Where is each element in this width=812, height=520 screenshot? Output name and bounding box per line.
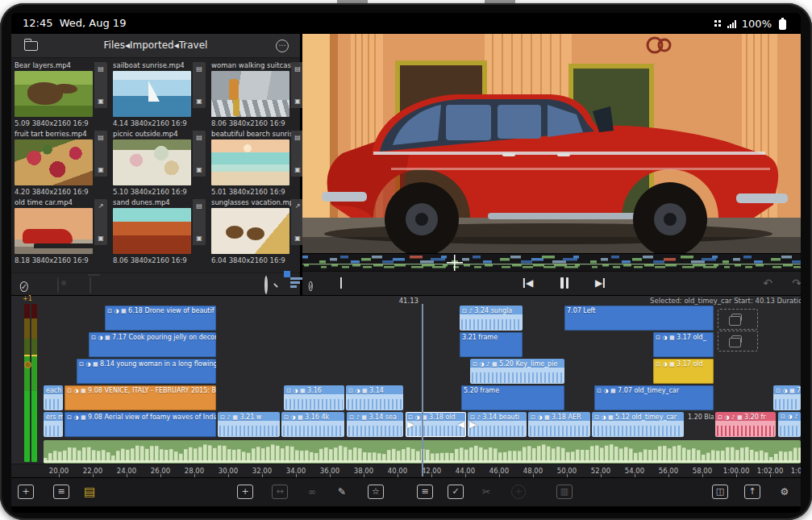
library-breadcrumb[interactable]: Files◂Imported◂Travel [11, 40, 300, 51]
ruler-tick-label: 1:04.00 [791, 467, 801, 475]
edit-pen-icon[interactable]: ✎ [338, 485, 346, 499]
timeline-clip[interactable]: 3.21 frame [460, 332, 523, 357]
timeline-clip[interactable]: ⊡◑▦3.16 4k [281, 412, 344, 437]
paste-attributes-icon[interactable]: ≡ [417, 485, 433, 499]
media-icon: ▦ [81, 388, 86, 394]
speaker-icon: ♪ [731, 414, 735, 421]
media-thumbnail[interactable] [15, 208, 93, 254]
media-item[interactable]: sunglasses vacation.mp4 ↗ ▣ 6.04 3840x21… [211, 198, 306, 264]
timeline-clip[interactable]: ers m [44, 412, 63, 437]
media-item[interactable]: woman walking suitcas...mp4 ▤ ▣ 8.06 384… [211, 61, 306, 127]
stored-on-device-icon: ▣ [196, 98, 202, 105]
media-icon: ▦ [105, 335, 110, 341]
clip-info-icon[interactable]: i [309, 277, 313, 292]
timeline-clip[interactable]: ⊡◑♪▦5.20 Key_lime_pie [470, 359, 564, 384]
timeline-clip[interactable]: ⊡◑▦8.14 young woman in a long flowing d [77, 359, 216, 384]
timeline-clip[interactable]: 5.20 frame [461, 385, 564, 410]
display-layout-icon[interactable]: ◫ [712, 485, 728, 499]
redo-icon[interactable]: ↷ [792, 277, 801, 289]
media-item[interactable]: sand dunes.mp4 ▤ ▣ 8.06 3840x2160 16:9 [113, 198, 208, 264]
link-clips-icon[interactable]: ∞ [308, 485, 316, 499]
undo-icon[interactable]: ↶ [763, 277, 772, 289]
stored-on-device-icon: ▣ [98, 166, 104, 173]
timeline-gap[interactable]: 1.20 Bla [685, 412, 714, 437]
library-header: Files◂Imported◂Travel ⋯ [11, 34, 300, 58]
skip-forward-icon[interactable]: ▶ [595, 277, 605, 289]
media-item[interactable]: sailboat sunrise.mp4 ▤ ▣ 4.14 3840x2160 … [113, 61, 208, 127]
filmstrip-icon: ▤ [98, 65, 104, 73]
add-marker-icon[interactable]: + [511, 485, 526, 499]
more-options-icon[interactable]: ⋯ [276, 40, 289, 52]
record-icon[interactable] [57, 277, 59, 293]
media-item-icons: ▤ ▣ [193, 131, 206, 177]
share-export-icon[interactable]: ↑ [744, 485, 760, 499]
timeline-clip[interactable]: ⊡◑▦9.08 VENICE, ITALY - FEBRUARY 2015: B… [65, 385, 216, 410]
media-thumbnail[interactable] [211, 139, 289, 185]
timeline-clip[interactable]: ⊡◑▦3.17 old_ [653, 332, 714, 357]
timeline-clip[interactable]: ⊡◑▦3.18 AER [528, 412, 590, 437]
frame-icon: ⊡ [776, 388, 781, 394]
timeline-clip[interactable]: ⊡◑▦6.18 Drone view of beautif [105, 306, 216, 331]
timeline-clip[interactable]: ⊡◑▦3.18 old▶◀ [406, 412, 466, 437]
timeline-clip[interactable]: ⊡◑♪ [778, 412, 801, 437]
timeline-clip[interactable]: ⊡◑♪▦3.20 fr [715, 412, 776, 437]
transition-icon[interactable]: ↔ [272, 485, 288, 499]
timeline-clip[interactable]: ⊡♪3.24 sungla [460, 306, 523, 331]
timeline-clip[interactable]: ⊡◑▦7.0 [773, 385, 801, 410]
effects-icon[interactable]: ☆ [368, 485, 384, 499]
tablet-frame: 12:45 Wed, Aug 19 100% Files◂Imported◂Tr… [0, 3, 812, 520]
delete-media-icon[interactable] [90, 277, 91, 293]
timeline-clip[interactable]: each [44, 385, 63, 410]
clip-label: ⊡◑▦7.07 old_timey_car [594, 385, 714, 394]
timeline-clip[interactable]: ⊡♪▦3.14 sea [347, 412, 403, 437]
project-manager-icon[interactable]: ≡ [53, 485, 69, 499]
search-icon[interactable] [264, 277, 268, 293]
timeline-clip[interactable]: ⊡◑▦5.12 old_timey_car [592, 412, 684, 437]
media-item[interactable]: beatutiful bearch sunrise.mp4 ▤ ▣ 5.01 3… [211, 130, 306, 196]
timeline-clip[interactable]: 7.07 Left [564, 306, 714, 331]
clip-label: ⊡◑▦9.08 Aerial view of foamy waves of In… [65, 412, 216, 421]
media-item[interactable]: old time car.mp4 ↗ ▣ 8.18 3840x2160 16:9 [15, 198, 110, 264]
timeline-clip[interactable]: ⊡◑▦3.17 old [653, 359, 714, 384]
media-thumbnail[interactable] [113, 139, 191, 185]
trim-handle[interactable]: ▶ [469, 419, 476, 430]
trim-handle-left[interactable]: ▶ [407, 419, 414, 430]
add-media-icon[interactable]: + [18, 485, 34, 499]
media-thumbnail[interactable] [211, 71, 289, 117]
overlay-drop-zone[interactable] [718, 331, 758, 352]
timeline-clip[interactable]: ⊡♪3.14 beauti▶ [468, 412, 527, 437]
select-clips-icon[interactable]: ✓ [20, 277, 28, 293]
video-preview[interactable] [302, 34, 801, 253]
time-ruler[interactable]: 20.0022.0024.0026.0028.0030.0032.0034.00… [11, 464, 801, 478]
media-thumbnail[interactable] [113, 71, 191, 117]
timeline-view-icon[interactable]: ▤ [84, 485, 95, 499]
timeline-panel[interactable]: 41.13 Selected: old_timey_car Start: 40.… [11, 295, 801, 477]
timeline-clip[interactable]: ⊡◑▦3.16 [284, 385, 344, 410]
timeline-clip[interactable]: ⊡◑▦7.17 Cook pouring jelly on decor [89, 332, 216, 357]
timeline-clip[interactable]: ⊡♪▦3.21 w [218, 412, 280, 437]
split-clip-icon[interactable]: ✂ [482, 485, 490, 499]
insert-clip-icon[interactable]: + [237, 485, 253, 499]
color-icon: ◑ [662, 361, 667, 368]
media-item[interactable]: fruit tart berries.mp4 ▤ ▣ 4.20 3840x216… [15, 130, 110, 196]
timeline-clip[interactable]: ⊡◑▦9.08 Aerial view of foamy waves of In… [65, 412, 216, 437]
delete-clip-icon[interactable]: ▥ [556, 485, 573, 499]
clip-label: ⊡◑♪ [778, 412, 801, 420]
clip-label: ⊡♪3.14 beauti [468, 412, 527, 421]
timeline-clip[interactable]: ⊡◑▦7.07 old_timey_car [594, 385, 714, 410]
trim-handle-right[interactable]: ◀ [458, 419, 464, 430]
timeline-clip[interactable]: ⊡◑▦3.14 [346, 385, 403, 410]
media-item[interactable]: Bear layers.mp4 ▤ ▣ 5.09 3840x2160 16:9 [15, 61, 110, 127]
skip-back-icon[interactable]: ◀ [523, 277, 533, 289]
media-item[interactable]: picnic outside.mp4 ▤ ▣ 5.10 3840x2160 16… [113, 130, 208, 196]
overlay-drop-zone[interactable] [718, 309, 758, 330]
media-thumbnail[interactable] [15, 139, 93, 185]
media-thumbnail[interactable] [113, 208, 191, 254]
timeline-overview-scrubber[interactable] [302, 253, 801, 271]
pause-icon[interactable] [560, 277, 568, 289]
settings-icon[interactable]: ⚙ [781, 485, 789, 499]
media-thumbnail[interactable] [211, 208, 289, 254]
playhead[interactable] [422, 304, 423, 476]
multi-select-icon[interactable]: ✓ [448, 485, 464, 499]
media-thumbnail[interactable] [15, 71, 93, 117]
